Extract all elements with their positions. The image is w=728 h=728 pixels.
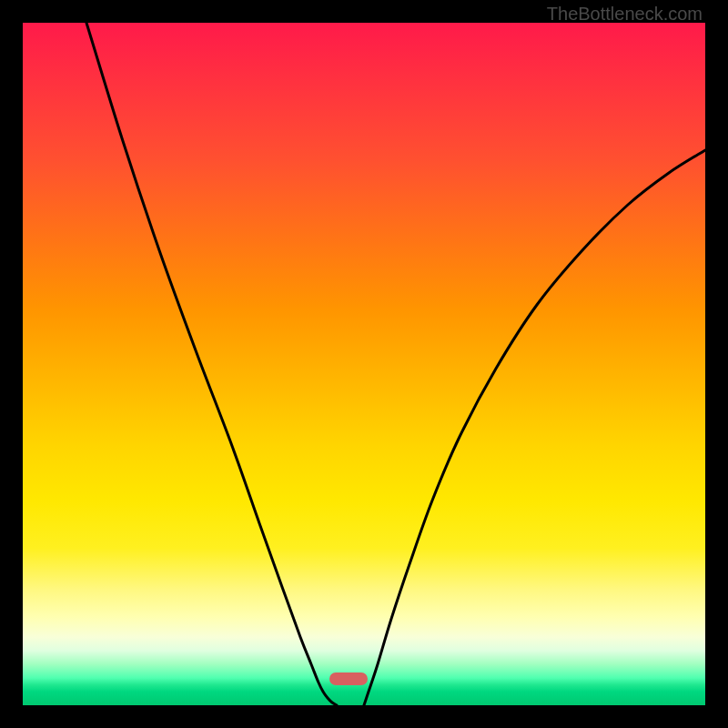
chart-background (23, 23, 705, 705)
chart-svg (23, 23, 705, 705)
right-curve (364, 150, 705, 705)
left-curve (86, 23, 337, 705)
bottleneck-marker (329, 672, 368, 685)
watermark-text: TheBottleneck.com (547, 4, 703, 25)
